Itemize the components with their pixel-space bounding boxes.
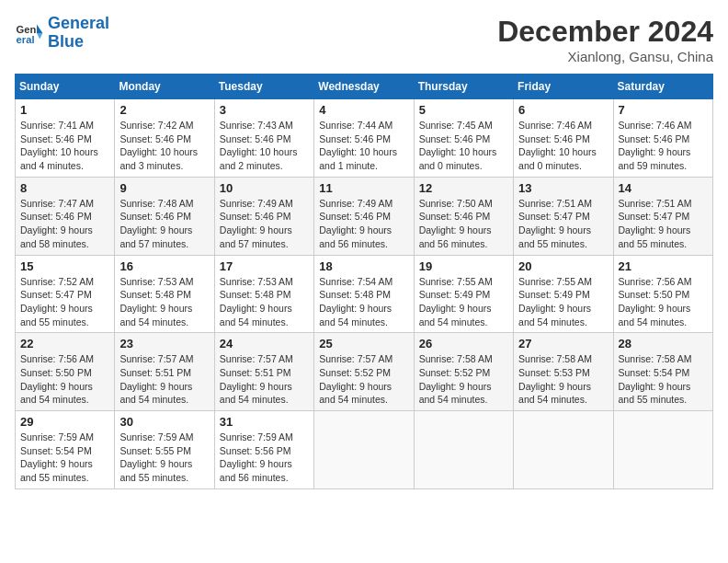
day-info: Sunrise: 7:47 AMSunset: 5:46 PMDaylight:… [20,197,109,251]
day-number: 29 [20,415,109,429]
day-info: Sunrise: 7:43 AMSunset: 5:46 PMDaylight:… [220,119,309,173]
day-info: Sunrise: 7:56 AMSunset: 5:50 PMDaylight:… [619,275,708,329]
day-number: 4 [319,103,408,117]
weekday-header-monday: Monday [115,75,214,99]
day-info: Sunrise: 7:55 AMSunset: 5:49 PMDaylight:… [419,275,508,329]
calendar-cell: 14Sunrise: 7:51 AMSunset: 5:47 PMDayligh… [613,177,712,255]
calendar-cell [613,411,712,489]
day-number: 20 [518,259,608,273]
calendar-cell: 15Sunrise: 7:52 AMSunset: 5:47 PMDayligh… [16,255,115,333]
week-row-5: 29Sunrise: 7:59 AMSunset: 5:54 PMDayligh… [16,411,713,489]
calendar-cell: 30Sunrise: 7:59 AMSunset: 5:55 PMDayligh… [115,411,214,489]
calendar-cell: 1Sunrise: 7:41 AMSunset: 5:46 PMDaylight… [16,99,115,178]
day-info: Sunrise: 7:46 AMSunset: 5:46 PMDaylight:… [518,119,608,173]
calendar-cell: 13Sunrise: 7:51 AMSunset: 5:47 PMDayligh… [514,177,613,255]
calendar-cell: 29Sunrise: 7:59 AMSunset: 5:54 PMDayligh… [16,411,115,489]
day-number: 1 [20,103,109,117]
day-number: 17 [220,259,309,273]
calendar-cell: 4Sunrise: 7:44 AMSunset: 5:46 PMDaylight… [314,99,414,178]
day-info: Sunrise: 7:51 AMSunset: 5:47 PMDaylight:… [518,197,608,251]
day-number: 7 [619,103,708,117]
calendar-cell: 11Sunrise: 7:49 AMSunset: 5:46 PMDayligh… [314,177,414,255]
weekday-header-saturday: Saturday [613,75,712,99]
day-info: Sunrise: 7:45 AMSunset: 5:46 PMDaylight:… [419,119,508,173]
calendar-cell: 19Sunrise: 7:55 AMSunset: 5:49 PMDayligh… [414,255,513,333]
day-number: 25 [319,337,408,350]
day-number: 30 [119,415,209,429]
day-number: 23 [119,337,209,350]
svg-text:eral: eral [17,34,35,45]
calendar-cell: 5Sunrise: 7:45 AMSunset: 5:46 PMDaylight… [414,99,513,178]
day-number: 5 [419,103,508,117]
calendar-cell: 12Sunrise: 7:50 AMSunset: 5:46 PMDayligh… [414,177,513,255]
svg-marker-3 [37,33,42,39]
logo-text: General Blue [48,15,109,52]
day-info: Sunrise: 7:59 AMSunset: 5:55 PMDaylight:… [119,431,209,485]
calendar-cell: 17Sunrise: 7:53 AMSunset: 5:48 PMDayligh… [214,255,313,333]
title-block: December 2024 Xianlong, Gansu, China [497,15,713,64]
day-info: Sunrise: 7:58 AMSunset: 5:52 PMDaylight:… [419,352,508,407]
svg-marker-2 [37,24,42,33]
day-number: 24 [220,337,309,350]
day-number: 2 [119,103,209,117]
day-number: 9 [119,181,209,195]
day-number: 18 [319,259,408,273]
day-number: 27 [518,337,608,350]
day-info: Sunrise: 7:55 AMSunset: 5:49 PMDaylight:… [518,275,608,329]
day-info: Sunrise: 7:53 AMSunset: 5:48 PMDaylight:… [220,275,309,329]
week-row-1: 1Sunrise: 7:41 AMSunset: 5:46 PMDaylight… [16,99,713,178]
day-info: Sunrise: 7:49 AMSunset: 5:46 PMDaylight:… [220,197,309,251]
week-row-2: 8Sunrise: 7:47 AMSunset: 5:46 PMDaylight… [16,177,713,255]
day-info: Sunrise: 7:49 AMSunset: 5:46 PMDaylight:… [319,197,408,251]
calendar-cell: 21Sunrise: 7:56 AMSunset: 5:50 PMDayligh… [613,255,712,333]
calendar-cell: 10Sunrise: 7:49 AMSunset: 5:46 PMDayligh… [214,177,313,255]
calendar-cell [314,411,414,489]
day-info: Sunrise: 7:57 AMSunset: 5:51 PMDaylight:… [220,352,309,407]
calendar-cell: 2Sunrise: 7:42 AMSunset: 5:46 PMDaylight… [115,99,214,178]
day-info: Sunrise: 7:51 AMSunset: 5:47 PMDaylight:… [619,197,708,251]
calendar-table: SundayMondayTuesdayWednesdayThursdayFrid… [15,74,713,489]
day-number: 31 [220,415,309,429]
day-number: 3 [220,103,309,117]
calendar-cell: 26Sunrise: 7:58 AMSunset: 5:52 PMDayligh… [414,333,513,411]
calendar-cell: 31Sunrise: 7:59 AMSunset: 5:56 PMDayligh… [214,411,313,489]
weekday-header-friday: Friday [514,75,613,99]
logo: Gen eral General Blue [15,15,109,52]
month-title: December 2024 [497,15,713,49]
weekday-header-thursday: Thursday [414,75,513,99]
day-number: 14 [619,181,708,195]
day-info: Sunrise: 7:57 AMSunset: 5:51 PMDaylight:… [119,352,209,407]
day-info: Sunrise: 7:48 AMSunset: 5:46 PMDaylight:… [119,197,209,251]
day-number: 16 [119,259,209,273]
day-info: Sunrise: 7:44 AMSunset: 5:46 PMDaylight:… [319,119,408,173]
week-row-4: 22Sunrise: 7:56 AMSunset: 5:50 PMDayligh… [16,333,713,411]
day-info: Sunrise: 7:56 AMSunset: 5:50 PMDaylight:… [20,352,109,407]
day-info: Sunrise: 7:58 AMSunset: 5:54 PMDaylight:… [619,352,708,407]
day-number: 10 [220,181,309,195]
calendar-cell: 24Sunrise: 7:57 AMSunset: 5:51 PMDayligh… [214,333,313,411]
day-info: Sunrise: 7:59 AMSunset: 5:54 PMDaylight:… [20,431,109,485]
day-info: Sunrise: 7:42 AMSunset: 5:46 PMDaylight:… [119,119,209,173]
week-row-3: 15Sunrise: 7:52 AMSunset: 5:47 PMDayligh… [16,255,713,333]
calendar-cell: 9Sunrise: 7:48 AMSunset: 5:46 PMDaylight… [115,177,214,255]
calendar-cell: 18Sunrise: 7:54 AMSunset: 5:48 PMDayligh… [314,255,414,333]
day-number: 28 [619,337,708,350]
weekday-header-tuesday: Tuesday [214,75,313,99]
svg-text:Gen: Gen [17,24,37,35]
day-number: 12 [419,181,508,195]
logo-line2: Blue [48,32,84,51]
calendar-cell [514,411,613,489]
day-number: 6 [518,103,608,117]
location-text: Xianlong, Gansu, China [497,49,713,64]
day-info: Sunrise: 7:50 AMSunset: 5:46 PMDaylight:… [419,197,508,251]
page-header: Gen eral General Blue December 2024 Xian… [15,15,713,64]
logo-icon: Gen eral [15,18,44,48]
calendar-cell [414,411,513,489]
logo-line1: General [48,14,109,32]
calendar-cell: 6Sunrise: 7:46 AMSunset: 5:46 PMDaylight… [514,99,613,178]
weekday-header-sunday: Sunday [16,75,115,99]
calendar-cell: 3Sunrise: 7:43 AMSunset: 5:46 PMDaylight… [214,99,313,178]
calendar-cell: 16Sunrise: 7:53 AMSunset: 5:48 PMDayligh… [115,255,214,333]
weekday-header-wednesday: Wednesday [314,75,414,99]
calendar-cell: 27Sunrise: 7:58 AMSunset: 5:53 PMDayligh… [514,333,613,411]
